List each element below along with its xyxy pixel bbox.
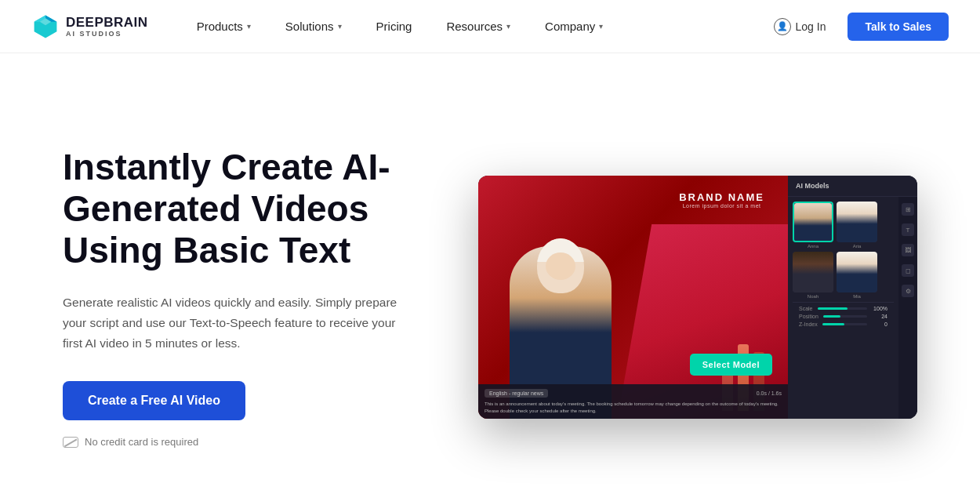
avatar-head bbox=[537, 238, 584, 293]
video-preview-area: BRAND NAME Lorem ipsum dolor sit a met bbox=[478, 176, 788, 419]
model-label-2: Aria bbox=[837, 244, 877, 249]
settings-icon[interactable]: ⚙ bbox=[902, 285, 914, 297]
talk-to-sales-button[interactable]: Talk to Sales bbox=[848, 13, 949, 41]
props-row-scale: Scale 100% bbox=[799, 306, 887, 311]
properties-panel: Scale 100% Position bbox=[793, 302, 894, 332]
image-icon[interactable]: 🖼 bbox=[902, 244, 914, 256]
props-label-zindex: Z-Index bbox=[799, 321, 818, 327]
video-controls: English - regular news 0.0s / 1.6s This … bbox=[478, 384, 788, 419]
scale-value: 100% bbox=[872, 306, 887, 311]
controls-top-bar: English - regular news 0.0s / 1.6s bbox=[485, 389, 782, 398]
model-thumb-image-1 bbox=[794, 203, 832, 241]
props-row-zindex: Z-Index 0 bbox=[799, 321, 887, 327]
chevron-down-icon: ▾ bbox=[506, 22, 510, 31]
no-credit-card-notice: No credit card is required bbox=[63, 436, 416, 448]
model-label-3: Noah bbox=[793, 294, 833, 299]
zindex-value: 0 bbox=[872, 321, 887, 327]
side-toolbar: ⊞ T 🖼 ◻ ⚙ bbox=[898, 197, 917, 419]
model-label-4: Mia bbox=[837, 294, 877, 299]
position-slider[interactable] bbox=[823, 315, 867, 318]
model-thumb-image-2 bbox=[837, 202, 877, 242]
model-thumb-4[interactable] bbox=[837, 252, 877, 292]
zindex-slider[interactable] bbox=[822, 323, 867, 325]
props-label-position: Position bbox=[799, 314, 818, 319]
model-thumb-2[interactable] bbox=[837, 202, 877, 242]
props-row-position: Position 24 bbox=[799, 314, 887, 319]
nav-products[interactable]: Products ▾ bbox=[180, 0, 268, 53]
hero-description: Generate realistic AI videos quickly and… bbox=[63, 292, 416, 353]
brand-overlay: BRAND NAME Lorem ipsum dolor sit a met bbox=[679, 191, 764, 209]
text-icon[interactable]: T bbox=[902, 223, 914, 236]
hero-title: Instantly Create AI-Generated Videos Usi… bbox=[63, 147, 416, 271]
language-badge: English - regular news bbox=[485, 389, 548, 398]
logo[interactable]: DEEPBRAIN AI STUDIOS bbox=[31, 13, 148, 41]
panel-content: Anna Aria bbox=[788, 197, 917, 419]
nav-resources[interactable]: Resources ▾ bbox=[429, 0, 528, 53]
model-thumb-image-3 bbox=[793, 252, 833, 292]
model-thumb-3[interactable] bbox=[793, 252, 833, 292]
time-display: 0.0s / 1.6s bbox=[757, 390, 782, 396]
logo-deepbrain-text: DEEPBRAIN bbox=[66, 16, 148, 29]
hero-section: Instantly Create AI-Generated Videos Usi… bbox=[0, 53, 980, 494]
chevron-down-icon: ▾ bbox=[599, 22, 603, 31]
user-icon: 👤 bbox=[774, 18, 791, 35]
logo-aistudios-text: AI STUDIOS bbox=[66, 31, 148, 38]
cta-button[interactable]: Create a Free AI Video bbox=[63, 381, 245, 420]
model-label-1: Anna bbox=[793, 244, 833, 249]
credit-card-icon bbox=[63, 437, 78, 448]
model-list: Anna Aria bbox=[788, 197, 898, 419]
position-value: 24 bbox=[872, 314, 887, 319]
brand-subtitle-text: Lorem ipsum dolor sit a met bbox=[679, 203, 764, 209]
model-thumb-1[interactable] bbox=[793, 202, 833, 242]
shape-icon[interactable]: ◻ bbox=[902, 264, 914, 277]
chevron-down-icon: ▾ bbox=[247, 22, 251, 31]
position-slider-fill bbox=[823, 315, 840, 318]
model-row-2: Noah Mia bbox=[793, 252, 894, 299]
hero-right: BRAND NAME Lorem ipsum dolor sit a met bbox=[478, 176, 917, 419]
nav-company[interactable]: Company ▾ bbox=[528, 0, 620, 53]
navbar: DEEPBRAIN AI STUDIOS Products ▾ Solution… bbox=[0, 0, 980, 53]
select-model-button[interactable]: Select Model bbox=[690, 354, 772, 376]
zindex-slider-fill bbox=[822, 323, 845, 325]
brand-name-text: BRAND NAME bbox=[679, 191, 764, 203]
model-row-1: Anna Aria bbox=[793, 202, 894, 249]
logo-icon bbox=[31, 13, 60, 41]
hero-left: Instantly Create AI-Generated Videos Usi… bbox=[63, 147, 416, 448]
script-text: This is an announcement about today's me… bbox=[485, 401, 782, 414]
scale-slider[interactable] bbox=[818, 307, 867, 310]
model-thumb-image-4 bbox=[837, 252, 877, 292]
nav-pricing[interactable]: Pricing bbox=[359, 0, 430, 53]
nav-actions: 👤 Log In Talk to Sales bbox=[761, 12, 949, 42]
chevron-down-icon: ▾ bbox=[338, 22, 342, 31]
right-panel: AI Models Anna bbox=[788, 176, 917, 419]
scale-slider-fill bbox=[818, 307, 848, 310]
props-label-scale: Scale bbox=[799, 306, 813, 311]
app-mockup: BRAND NAME Lorem ipsum dolor sit a met bbox=[478, 176, 917, 419]
nav-links: Products ▾ Solutions ▾ Pricing Resources… bbox=[180, 0, 761, 53]
login-button[interactable]: 👤 Log In bbox=[761, 12, 839, 42]
nav-solutions[interactable]: Solutions ▾ bbox=[268, 0, 359, 53]
layers-icon[interactable]: ⊞ bbox=[902, 203, 914, 216]
panel-header: AI Models bbox=[788, 176, 917, 197]
avatar-face bbox=[546, 252, 575, 280]
